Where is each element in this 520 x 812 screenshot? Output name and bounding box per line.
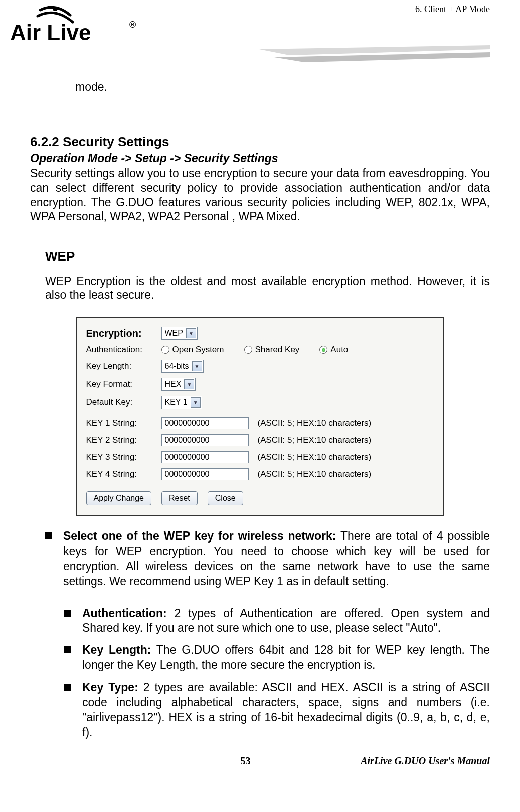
wep-intro: WEP Encryption is the oldest and most av… — [45, 275, 490, 302]
key2-hint: (ASCII: 5; HEX:10 characters) — [258, 435, 372, 445]
key1-label: KEY 1 String: — [86, 418, 161, 428]
encryption-value: WEP — [165, 329, 183, 338]
chapter-reference: 6. Client + AP Mode — [415, 4, 490, 15]
apply-change-button[interactable]: Apply Change — [86, 491, 152, 505]
chevron-down-icon: ▼ — [192, 361, 202, 371]
svg-text:Air Live: Air Live — [10, 20, 91, 45]
wep-settings-dialog: Encryption: WEP ▼ Authentication: Open S… — [76, 317, 444, 516]
square-bullet-icon — [64, 646, 71, 653]
square-bullet-icon — [64, 684, 71, 691]
reset-button[interactable]: Reset — [161, 491, 198, 505]
bullet-label: Select one of the WEP key for wireless n… — [63, 529, 336, 543]
authentication-label: Authentication: — [86, 345, 161, 355]
key2-input[interactable]: 0000000000 — [161, 434, 249, 446]
list-item: Key Length: The G.DUO offers 64bit and 1… — [30, 643, 490, 673]
key-format-value: HEX — [165, 380, 182, 389]
auth-shared-label: Shared Key — [255, 345, 300, 355]
manual-title: AirLive G.DUO User's Manual — [361, 755, 490, 767]
close-button[interactable]: Close — [208, 491, 243, 505]
square-bullet-icon — [64, 610, 71, 617]
chevron-down-icon: ▼ — [184, 379, 194, 389]
square-bullet-icon — [45, 532, 52, 539]
list-item: Select one of the WEP key for wireless n… — [30, 529, 490, 589]
key-length-value: 64-bits — [165, 362, 189, 371]
key3-label: KEY 3 String: — [86, 452, 161, 462]
key-format-select[interactable]: HEX ▼ — [161, 378, 196, 391]
default-key-select[interactable]: KEY 1 ▼ — [161, 396, 202, 409]
chevron-down-icon: ▼ — [191, 397, 201, 408]
bullet-text: 2 types are available: ASCII and HEX. AS… — [82, 681, 490, 739]
encryption-label: Encryption: — [86, 328, 161, 339]
section-paragraph: Security settings allow you to use encry… — [30, 166, 490, 224]
key1-hint: (ASCII: 5; HEX:10 characters) — [258, 418, 372, 428]
section-heading: 6.2.2 Security Settings — [30, 134, 490, 150]
breadcrumb: Operation Mode -> Setup -> Security Sett… — [30, 152, 490, 165]
radio-checked-icon — [319, 346, 327, 354]
default-key-label: Default Key: — [86, 397, 161, 408]
auth-open-label: Open System — [172, 345, 224, 355]
radio-icon — [161, 346, 169, 354]
default-key-value: KEY 1 — [165, 398, 188, 407]
bullet-label: Key Type: — [82, 681, 138, 694]
airlive-logo-icon: Air Live ® — [10, 5, 150, 50]
svg-text:®: ® — [129, 20, 136, 30]
radio-icon — [244, 346, 252, 354]
page: 6. Client + AP Mode Air Live ® mode. 6.2… — [0, 0, 520, 782]
encryption-select[interactable]: WEP ▼ — [161, 327, 198, 340]
key-length-select[interactable]: 64-bits ▼ — [161, 360, 204, 373]
bullet-list: Select one of the WEP key for wireless n… — [30, 529, 490, 740]
key4-input[interactable]: 0000000000 — [161, 468, 249, 480]
key4-label: KEY 4 String: — [86, 469, 161, 479]
key1-input[interactable]: 0000000000 — [161, 417, 249, 429]
chevron-down-icon: ▼ — [186, 328, 196, 338]
list-item: Key Type: 2 types are available: ASCII a… — [30, 680, 490, 740]
key-format-label: Key Format: — [86, 379, 161, 389]
auth-auto-radio[interactable]: Auto — [319, 345, 348, 355]
bullet-label: Authentication: — [82, 607, 167, 620]
page-number: 53 — [130, 755, 361, 767]
auth-open-system-radio[interactable]: Open System — [161, 345, 224, 355]
key4-hint: (ASCII: 5; HEX:10 characters) — [258, 469, 372, 479]
key-length-label: Key Length: — [86, 361, 161, 371]
auth-auto-label: Auto — [330, 345, 348, 355]
header-divider — [259, 45, 490, 65]
list-item: Authentication: 2 types of Authenticatio… — [30, 606, 490, 636]
key3-hint: (ASCII: 5; HEX:10 characters) — [258, 452, 372, 462]
key2-label: KEY 2 String: — [86, 435, 161, 445]
wep-heading: WEP — [45, 249, 490, 264]
continued-text: mode. — [75, 80, 490, 94]
page-footer: 53 AirLive G.DUO User's Manual — [30, 755, 490, 767]
svg-point-0 — [53, 7, 58, 11]
key3-input[interactable]: 0000000000 — [161, 451, 249, 463]
auth-shared-key-radio[interactable]: Shared Key — [244, 345, 300, 355]
bullet-label: Key Length: — [82, 643, 151, 656]
